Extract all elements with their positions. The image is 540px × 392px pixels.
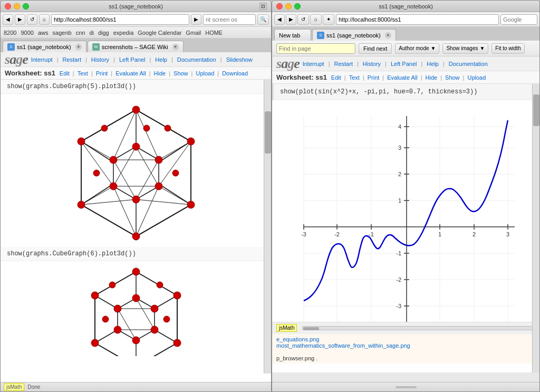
- svg-point-39: [155, 156, 162, 164]
- find-next-button[interactable]: Find next: [359, 43, 392, 54]
- left-go-button[interactable]: ▶: [191, 14, 201, 25]
- right-bottom-link-1[interactable]: e_equations.png: [276, 336, 319, 342]
- left-minimize-button[interactable]: [14, 3, 20, 9]
- left-sage-documentation[interactable]: Documentation: [177, 56, 216, 63]
- right-ws-edit[interactable]: Edit: [331, 74, 341, 81]
- left-worksheet-title: Worksheet: ss1: [5, 69, 55, 77]
- right-sage-restart[interactable]: Restart: [334, 61, 353, 67]
- left-tab-ss1[interactable]: S ss1 (sage_notebook) ×: [3, 41, 86, 52]
- find-in-page-input[interactable]: [276, 43, 355, 54]
- left-ws-text[interactable]: Text: [78, 70, 88, 77]
- bookmark-9000[interactable]: 9000: [21, 30, 33, 36]
- right-maximize-button[interactable]: [294, 3, 301, 9]
- left-sage-interrupt[interactable]: Interrupt: [31, 56, 53, 63]
- right-tab-new[interactable]: New tab: [274, 29, 311, 41]
- right-ws-show[interactable]: Show: [445, 74, 460, 81]
- right-minimize-button[interactable]: [285, 3, 292, 9]
- right-back-button[interactable]: ◀: [274, 14, 285, 25]
- right-ws-evaluate-all[interactable]: Evaluate All: [387, 74, 417, 81]
- left-reload-button[interactable]: ↺: [27, 14, 37, 25]
- right-sage-left-panel[interactable]: Left Panel: [391, 61, 417, 67]
- left-ws-evaluate-all[interactable]: Evaluate All: [115, 70, 146, 77]
- right-sage-toolbar: sage Interrupt | Restart | History | Lef…: [272, 56, 539, 71]
- right-tab-close-ss1[interactable]: ×: [385, 32, 391, 39]
- right-scrollbar-horizontal[interactable]: [302, 326, 533, 330]
- bookmark-home[interactable]: HOME: [205, 30, 223, 36]
- svg-point-34: [187, 201, 195, 208]
- fit-to-width-button[interactable]: Fit to width: [491, 43, 524, 54]
- left-window-zoom[interactable]: ⊡: [259, 3, 267, 10]
- right-scrollbar-thumb[interactable]: [533, 94, 539, 126]
- left-sage-help[interactable]: Help: [155, 56, 167, 63]
- left-tab-screenshots[interactable]: W screenshots – SAGE Wiki ×: [88, 41, 184, 52]
- left-code-cell-1[interactable]: show(graphs.CubeGraph(5).plot3d()): [1, 80, 271, 94]
- left-tab-close-screenshots[interactable]: ×: [172, 44, 179, 50]
- right-home-button[interactable]: ⌂: [310, 14, 322, 25]
- svg-point-42: [110, 183, 117, 190]
- right-ws-hide[interactable]: Hide: [426, 74, 438, 81]
- left-sage-restart[interactable]: Restart: [63, 56, 81, 63]
- bookmark-cnn[interactable]: cnn: [76, 30, 85, 36]
- bookmark-di[interactable]: di: [89, 30, 94, 36]
- bookmark-8200[interactable]: 8200: [4, 30, 16, 36]
- right-resize-handle[interactable]: [272, 382, 539, 391]
- right-code-cell[interactable]: show(plot(sin(x^2)+x, -pi,pi, hue=0.7, t…: [272, 84, 539, 100]
- bookmark-digg[interactable]: digg: [98, 30, 109, 36]
- right-ws-print[interactable]: Print: [368, 74, 380, 81]
- left-sage-history[interactable]: History: [91, 56, 109, 63]
- right-sage-help[interactable]: Help: [427, 61, 439, 67]
- left-ws-print[interactable]: Print: [96, 70, 108, 77]
- right-url-bar[interactable]: [336, 14, 499, 25]
- right-sage-history[interactable]: History: [363, 61, 381, 67]
- right-forward-button[interactable]: ▶: [286, 14, 296, 25]
- left-sage-slideshow[interactable]: Slideshow: [226, 56, 253, 63]
- left-maximize-button[interactable]: [23, 3, 29, 9]
- left-ws-upload[interactable]: Upload: [196, 70, 214, 77]
- bookmark-aws[interactable]: aws: [38, 30, 49, 36]
- left-back-button[interactable]: ◀: [3, 14, 13, 25]
- left-jsmath-badge: jsMath: [4, 383, 24, 391]
- right-close-button[interactable]: [276, 3, 283, 9]
- left-ws-download[interactable]: Download: [222, 70, 248, 77]
- show-images-button[interactable]: Show images ▼: [442, 43, 488, 54]
- left-ws-hide[interactable]: Hide: [154, 70, 166, 77]
- left-sage-left-panel[interactable]: Left Panel: [119, 56, 146, 63]
- left-scrollbar[interactable]: [264, 80, 271, 374]
- right-sage-documentation[interactable]: Documentation: [449, 61, 488, 67]
- svg-line-30: [81, 141, 113, 160]
- left-search-button[interactable]: 🔍: [257, 14, 269, 25]
- right-bottom-link-3[interactable]: p_browser.png .: [276, 355, 535, 361]
- left-ws-show[interactable]: Show: [173, 70, 188, 77]
- left-home-button[interactable]: ⌂: [39, 14, 50, 25]
- right-ws-upload[interactable]: Upload: [467, 74, 486, 81]
- right-bottom-link-2[interactable]: most_mathematics_software_from_within_sa…: [276, 342, 535, 349]
- left-scrollbar-thumb[interactable]: [265, 111, 271, 154]
- right-reload-button[interactable]: ↺: [297, 14, 309, 25]
- right-tab-ss1[interactable]: S ss1 (sage_notebook) ×: [312, 29, 396, 41]
- bookmark-sagenb[interactable]: sagenb: [53, 30, 72, 36]
- left-content-area: show(graphs.CubeGraph(5).plot3d()): [1, 80, 271, 383]
- left-ws-edit[interactable]: Edit: [60, 70, 70, 77]
- left-worksheet-links: Edit | Text | Print | Evaluate All | Hid…: [60, 70, 248, 77]
- svg-point-67: [132, 294, 140, 302]
- svg-line-19: [81, 205, 136, 236]
- right-stop-button[interactable]: ✦: [323, 14, 334, 25]
- bookmark-expedia[interactable]: expedia: [113, 30, 134, 36]
- left-code-cell-2[interactable]: show(graphs.CubeGraph(6).plot3d()): [1, 247, 271, 261]
- left-close-button[interactable]: [5, 3, 11, 9]
- left-url-bar[interactable]: [51, 14, 189, 25]
- left-search-bar[interactable]: [203, 14, 256, 25]
- svg-point-63: [173, 339, 181, 347]
- right-search-bar[interactable]: [500, 14, 537, 25]
- svg-line-6: [81, 141, 110, 160]
- bookmark-gmail[interactable]: Gmail: [186, 30, 201, 36]
- right-sage-interrupt[interactable]: Interrupt: [303, 61, 324, 67]
- bookmark-google-calendar[interactable]: Google Calendar: [138, 30, 181, 36]
- right-scrollbar[interactable]: [532, 84, 539, 372]
- author-mode-button[interactable]: Author mode ▼: [395, 43, 439, 54]
- svg-text:1: 1: [438, 231, 441, 237]
- left-forward-button[interactable]: ▶: [15, 14, 25, 25]
- left-worksheet-header: Worksheet: ss1 Edit | Text | Print | Eva…: [1, 67, 271, 80]
- right-ws-text[interactable]: Text: [349, 74, 360, 81]
- left-tab-close-ss1[interactable]: ×: [75, 44, 82, 50]
